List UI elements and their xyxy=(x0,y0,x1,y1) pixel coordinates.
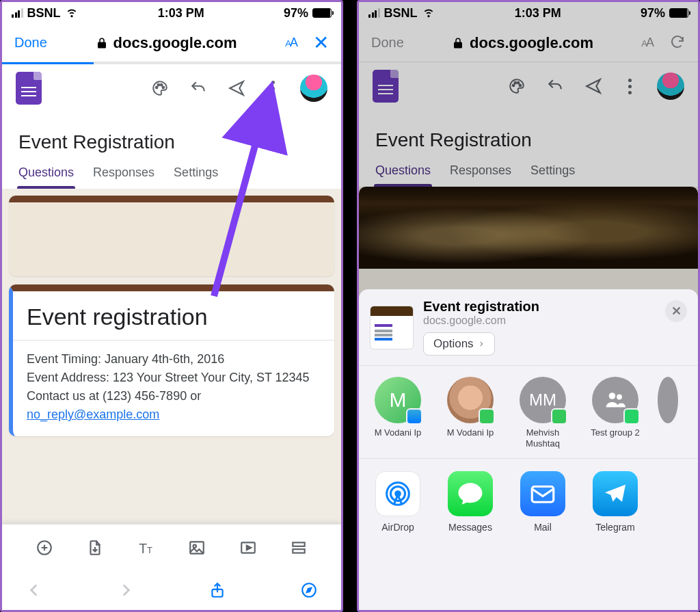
battery-icon xyxy=(312,8,332,18)
tab-responses[interactable]: Responses xyxy=(450,157,511,186)
share-app-mail[interactable]: Mail xyxy=(516,471,569,533)
svg-point-20 xyxy=(617,395,622,400)
svg-point-1 xyxy=(157,84,159,86)
account-avatar[interactable] xyxy=(300,75,327,102)
options-button[interactable]: Options xyxy=(423,332,495,356)
share-icon[interactable] xyxy=(208,581,226,602)
svg-point-2 xyxy=(161,84,163,86)
svg-rect-24 xyxy=(532,487,554,503)
lock-icon xyxy=(452,37,464,49)
clock: 1:03 PM xyxy=(158,6,204,21)
svg-point-19 xyxy=(609,393,616,399)
battery-pct: 97% xyxy=(641,6,665,21)
lock-icon xyxy=(96,37,108,49)
url-text: docs.google.com xyxy=(470,34,593,52)
address-bar[interactable]: docs.google.com xyxy=(452,34,593,52)
form-title-card[interactable]: Event registration Event Timing: January… xyxy=(9,284,334,436)
share-subtitle: docs.google.com xyxy=(423,315,539,327)
share-apps-row[interactable]: AirDrop Messages Mail Telegram xyxy=(359,459,698,535)
tab-questions[interactable]: Questions xyxy=(18,159,74,188)
phone-right: BSNL 1:03 PM 97% Done docs.google.com AA xyxy=(357,0,700,612)
palette-icon[interactable] xyxy=(508,77,526,95)
add-video-icon[interactable] xyxy=(239,539,257,559)
add-section-icon[interactable] xyxy=(290,539,308,559)
form-header-section: Event Registration Questions Responses S… xyxy=(2,112,341,189)
share-contact[interactable]: M Vodani Ip xyxy=(444,377,497,449)
svg-point-15 xyxy=(513,85,515,87)
share-sheet[interactable]: Event registration docs.google.com Optio… xyxy=(359,289,698,610)
forms-logo-icon[interactable] xyxy=(16,72,42,105)
carrier-label: BSNL xyxy=(384,6,418,21)
share-title: Event registration xyxy=(423,299,539,315)
share-contact[interactable]: Test group 2 xyxy=(589,377,642,449)
safari-toolbar: Done docs.google.com AA ✕ xyxy=(2,24,341,62)
form-tabs: Questions Responses Settings xyxy=(18,159,325,189)
forms-logo-icon[interactable] xyxy=(373,70,399,103)
share-contact-peek[interactable] xyxy=(661,377,675,449)
svg-point-8 xyxy=(193,544,196,547)
safari-compass-icon[interactable] xyxy=(300,581,318,602)
card-description: Event Timing: January 4th-6th, 2016 Even… xyxy=(27,350,321,424)
import-questions-icon[interactable] xyxy=(86,539,104,559)
share-contact[interactable]: M M Vodani Ip xyxy=(371,377,425,449)
form-canvas[interactable]: Event registration Event Timing: January… xyxy=(2,189,341,524)
telegram-badge-icon xyxy=(406,408,422,425)
safari-toolbar: Done docs.google.com AA xyxy=(359,24,698,62)
svg-point-18 xyxy=(519,85,521,87)
messages-badge-icon xyxy=(479,408,495,425)
forms-toolbar xyxy=(2,64,341,112)
done-button[interactable]: Done xyxy=(371,35,404,51)
undo-icon[interactable] xyxy=(546,77,564,95)
more-menu-icon[interactable] xyxy=(623,79,636,94)
reader-aa-button[interactable]: AA xyxy=(285,36,297,50)
share-contacts-row[interactable]: M M Vodani Ip M Vodani Ip MM Mehvish Mus… xyxy=(359,366,698,459)
tab-responses[interactable]: Responses xyxy=(93,159,154,188)
messages-icon xyxy=(448,471,493,516)
contact-email-link[interactable]: no_reply@example.com xyxy=(27,408,159,421)
palette-icon[interactable] xyxy=(151,79,169,97)
more-menu-icon[interactable] xyxy=(266,81,280,96)
status-bar: BSNL 1:03 PM 97% xyxy=(2,2,341,24)
share-contact[interactable]: MM Mehvish Mushtaq xyxy=(516,377,569,449)
share-app-airdrop[interactable]: AirDrop xyxy=(371,471,425,533)
address-bar[interactable]: docs.google.com xyxy=(96,34,237,52)
share-app-messages[interactable]: Messages xyxy=(444,471,497,533)
url-text: docs.google.com xyxy=(113,34,237,52)
telegram-icon xyxy=(593,471,638,516)
reload-icon[interactable] xyxy=(669,34,686,53)
form-title: Event Registration xyxy=(375,117,682,157)
svg-point-17 xyxy=(517,82,520,84)
back-icon[interactable] xyxy=(25,581,43,602)
forms-toolbar xyxy=(359,62,698,110)
tab-settings[interactable]: Settings xyxy=(530,157,575,186)
reader-aa-button[interactable]: AA xyxy=(641,36,653,50)
undo-icon[interactable] xyxy=(189,79,207,97)
send-icon[interactable] xyxy=(584,77,602,95)
form-header-image[interactable] xyxy=(9,196,334,276)
svg-text:T: T xyxy=(139,540,147,555)
messages-badge-icon xyxy=(551,408,567,425)
wifi-icon xyxy=(65,5,79,22)
done-button[interactable]: Done xyxy=(14,35,47,51)
clock: 1:03 PM xyxy=(515,6,561,21)
airdrop-icon xyxy=(375,471,420,516)
account-avatar[interactable] xyxy=(657,72,684,100)
send-icon[interactable] xyxy=(228,79,245,97)
share-app-telegram[interactable]: Telegram xyxy=(589,471,642,533)
form-add-toolbar: TT xyxy=(2,524,341,573)
stop-button[interactable]: ✕ xyxy=(313,31,329,54)
status-bar: BSNL 1:03 PM 97% xyxy=(359,2,698,24)
tab-settings[interactable]: Settings xyxy=(174,159,218,188)
svg-point-16 xyxy=(514,82,516,84)
add-question-icon[interactable] xyxy=(36,539,53,559)
phone-left: BSNL 1:03 PM 97% Done docs.google.com AA… xyxy=(0,0,343,612)
card-heading: Event registration xyxy=(27,304,321,330)
close-sheet-button[interactable]: ✕ xyxy=(665,300,687,322)
add-title-icon[interactable]: TT xyxy=(137,539,155,559)
carrier-label: BSNL xyxy=(27,6,61,21)
add-image-icon[interactable] xyxy=(188,539,206,559)
form-tabs: Questions Responses Settings xyxy=(375,157,682,187)
form-header-image[interactable] xyxy=(359,187,698,269)
tab-questions[interactable]: Questions xyxy=(375,157,431,186)
forward-icon[interactable] xyxy=(117,581,135,602)
